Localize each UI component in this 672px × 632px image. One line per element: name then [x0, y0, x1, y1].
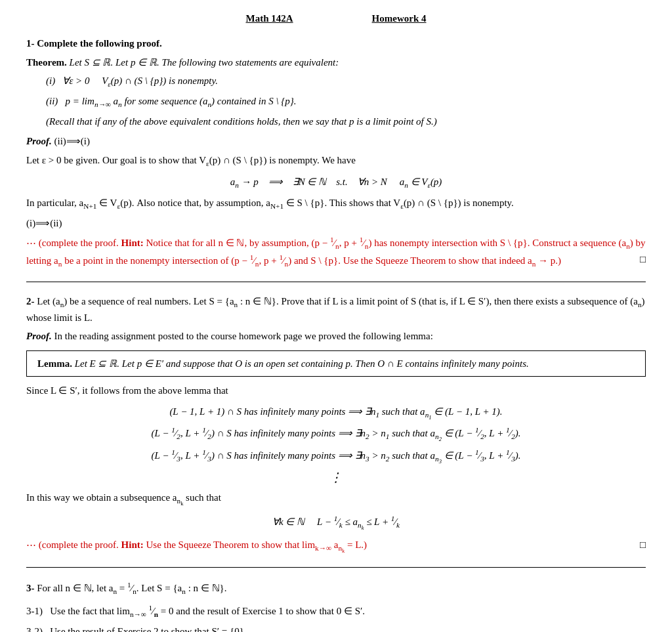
lemma-box: Lemma. Let E ⊆ ℝ. Let p ∈ E′ and suppose… [26, 350, 646, 377]
theorem-statement: Theorem. Let S ⊆ ℝ. Let p ∈ ℝ. The follo… [26, 55, 646, 70]
header: Math 142A Homework 4 [26, 13, 646, 24]
proof-2-subsequence: In this way we obtain a subsequence ank … [26, 490, 646, 508]
proof-1: Proof. (ii)⟹(i) Let ε > 0 be given. Our … [26, 134, 646, 270]
problem-3: 3- For all n ∈ ℕ, let an = 1⁄n. Let S = … [26, 579, 646, 632]
assignment-title: Homework 4 [372, 13, 427, 24]
divider-2 [26, 567, 646, 568]
problem-1: 1- Complete the following proof. Theorem… [26, 36, 646, 270]
theorem-i: (i) ∀ε > 0 Vε(p) ∩ (S \ {p}) is nonempty… [46, 74, 646, 90]
proof-reverse: (i)⟹(ii) [26, 216, 646, 231]
theorem-recall: (Recall that if any of the above equival… [46, 114, 646, 129]
proof-hint-1: ⋯ (complete the proof. Hint: Notice that… [26, 234, 646, 270]
theorem-block: Theorem. Let S ⊆ ℝ. Let p ∈ ℝ. The follo… [26, 55, 646, 129]
problem-2: 2- Let (an) be a sequence of real number… [26, 294, 646, 555]
vdots: ⋮ [329, 470, 343, 485]
problem-3-1: 3-1) Use the fact that limn→∞ 1⁄n = 0 an… [26, 602, 646, 620]
problem-3-statement: 3- For all n ∈ ℕ, let an = 1⁄n. Let S = … [26, 579, 646, 597]
proof-particular: In particular, aN+1 ∈ Vε(p). Also notice… [26, 196, 646, 212]
problem-2-statement: 2- Let (an) be a sequence of real number… [26, 294, 646, 325]
course-title: Math 142A [246, 13, 293, 24]
problem-1-label: 1- Complete the following proof. [26, 36, 646, 51]
proof-given: Let ε > 0 be given. Our goal is to show … [26, 153, 646, 169]
theorem-ii: (ii) p = limn→∞ an for some sequence (an… [46, 94, 646, 110]
display-math-1: an → p ⟹ ∃N ∈ ℕ s.t. ∀n > N an ∈ Vε(p) [26, 176, 646, 189]
proof-2-intro: Proof. In the reading assignment posted … [26, 329, 646, 344]
problem-3-2: 3-2) Use the result of Exercise 2 to sho… [26, 624, 646, 632]
divider-1 [26, 282, 646, 282]
proof-hint-2: ⋯ (complete the proof. Hint: Use the Squ… [26, 537, 646, 555]
display-math-3: ∀k ∈ ℕ L − 1⁄k ≤ ank ≤ L + 1⁄k [26, 515, 646, 531]
proof-direction: Proof. (ii)⟹(i) [26, 134, 646, 149]
proof-2-since: Since L ∈ S′, it follows from the above … [26, 383, 646, 398]
display-math-2: (L − 1, L + 1) ∩ S has infinitely many p… [26, 403, 646, 485]
